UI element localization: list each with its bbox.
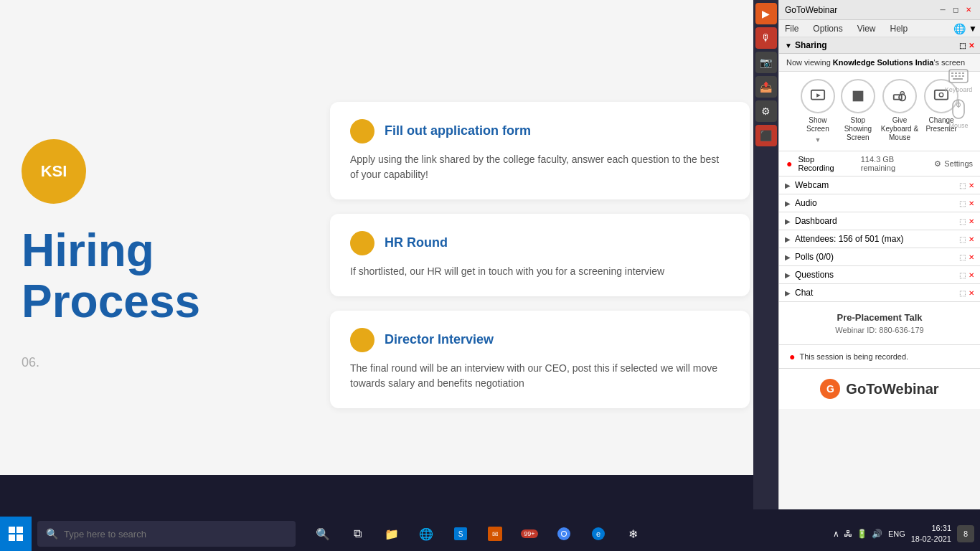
sharing-expand-icon[interactable]: ⬚ xyxy=(959,42,966,50)
gw-section-polls[interactable]: ▶ Polls (0/0) ⬚ ✕ xyxy=(779,248,980,266)
menu-expand-icon[interactable]: ▼ xyxy=(969,24,977,34)
gw-webinar-id: Webinar ID: 880-636-179 xyxy=(789,326,970,334)
sidebar-mic-icon[interactable]: 🎙 xyxy=(755,27,777,49)
gw-section-webcam[interactable]: ▶ Webcam ⬚ ✕ xyxy=(779,176,980,194)
taskbar-taskview-icon[interactable]: ⧉ xyxy=(341,517,373,551)
svg-rect-12 xyxy=(951,75,953,77)
section-chevron: ▶ xyxy=(785,182,791,189)
stop-showing-btn[interactable]: StopShowingScreen xyxy=(841,79,875,143)
menu-options[interactable]: Options xyxy=(810,24,845,34)
step-title: Fill out application form xyxy=(385,123,531,138)
taskbar-fileexplorer-icon[interactable]: 📁 xyxy=(376,517,407,551)
section-chevron: ▶ xyxy=(785,253,791,261)
gw-section-audio[interactable]: ▶ Audio ⬚ ✕ xyxy=(779,194,980,212)
gw-panel-title: GoToWebinar xyxy=(785,5,934,15)
settings-btn[interactable]: ⚙ Settings xyxy=(934,159,973,169)
sidebar-settings-icon[interactable]: ⚙ xyxy=(755,100,777,122)
svg-rect-11 xyxy=(962,72,964,74)
section-close-icon[interactable]: ✕ xyxy=(969,289,974,297)
svg-rect-10 xyxy=(958,72,961,74)
keyboard-mouse-indicator: Keyboard Mouse xyxy=(937,63,980,135)
gear-icon: ⚙ xyxy=(934,159,941,169)
taskbar-edge-icon[interactable]: 🌐 xyxy=(410,517,442,551)
show-screen-btn[interactable]: ShowScreen ▼ xyxy=(801,79,835,143)
gw-recording-bar: ● Stop Recording 114.3 GB remaining ⚙ Se… xyxy=(779,151,980,176)
taskbar-search-box[interactable]: 🔍 xyxy=(37,521,296,547)
section-expand-icon[interactable]: ⬚ xyxy=(959,217,966,225)
taskbar-volume-icon[interactable]: 🔊 xyxy=(872,529,882,539)
svg-rect-8 xyxy=(951,72,953,74)
notification-count: 8 xyxy=(963,529,968,538)
gw-logo-area: G GoToWebinar xyxy=(779,369,980,409)
menu-help[interactable]: Help xyxy=(887,24,911,34)
svg-text:e: e xyxy=(596,529,600,538)
restore-button[interactable]: ◻ xyxy=(950,4,961,16)
step-title: HR Round xyxy=(385,235,448,250)
section-expand-icon[interactable]: ⬚ xyxy=(959,271,966,279)
section-close-icon[interactable]: ✕ xyxy=(969,217,974,225)
taskbar-expand-icon[interactable]: ∧ xyxy=(833,529,839,539)
start-button[interactable] xyxy=(0,517,32,551)
section-chevron: ▶ xyxy=(785,289,791,297)
close-button[interactable]: ✕ xyxy=(963,4,974,16)
section-close-icon[interactable]: ✕ xyxy=(969,271,974,279)
section-expand-icon[interactable]: ⬚ xyxy=(959,235,966,243)
section-expand-icon[interactable]: ⬚ xyxy=(959,182,966,189)
viewing-prefix: Now viewing xyxy=(786,58,833,67)
taskbar-clock: 16:31 18-02-2021 xyxy=(911,523,951,545)
section-close-icon[interactable]: ✕ xyxy=(969,235,974,243)
taskbar-edge2-icon[interactable]: e xyxy=(583,517,614,551)
notification-badge[interactable]: 8 xyxy=(957,525,974,542)
section-label: Webcam xyxy=(795,180,959,190)
sharing-close-icon[interactable]: ✕ xyxy=(969,42,974,50)
sidebar-share-icon[interactable]: 📤 xyxy=(755,76,777,98)
viewing-entity: Knowledge Solutions India xyxy=(833,58,934,67)
stop-recording-btn[interactable]: Stop Recording xyxy=(798,155,850,172)
svg-rect-15 xyxy=(962,75,964,77)
section-label: Chat xyxy=(795,288,959,298)
give-keyboard-btn[interactable]: GiveKeyboard &Mouse xyxy=(881,79,918,143)
taskbar-network-icon[interactable]: 🖧 xyxy=(844,529,852,539)
taskbar-counter-badge[interactable]: 99+ xyxy=(514,517,545,551)
bottom-bar xyxy=(0,475,778,517)
gw-section-attendees[interactable]: ▶ Attendees: 156 of 501 (max) ⬚ ✕ xyxy=(779,230,980,248)
minimize-button[interactable]: ─ xyxy=(937,4,948,16)
taskbar-store-icon[interactable]: S xyxy=(445,517,476,551)
section-label: Questions xyxy=(795,270,959,280)
section-close-icon[interactable]: ✕ xyxy=(969,182,974,189)
mouse-indicator: Mouse xyxy=(948,99,968,129)
taskbar-battery-icon[interactable]: 🔋 xyxy=(857,529,867,539)
gw-section-questions[interactable]: ▶ Questions ⬚ ✕ xyxy=(779,266,980,284)
taskbar-mail-icon[interactable]: ✉ xyxy=(479,517,511,551)
sharing-chevron: ▼ xyxy=(785,42,792,50)
keyboard-label: Keyboard xyxy=(945,86,973,93)
section-expand-icon[interactable]: ⬚ xyxy=(959,289,966,297)
gw-section-chat[interactable]: ▶ Chat ⬚ ✕ xyxy=(779,284,980,302)
section-chevron: ▶ xyxy=(785,235,791,243)
sidebar-cam-icon[interactable]: 📷 xyxy=(755,52,777,73)
keyboard-indicator: Keyboard xyxy=(945,69,973,93)
svg-rect-2 xyxy=(853,91,864,102)
section-close-icon[interactable]: ✕ xyxy=(969,253,974,261)
section-expand-icon[interactable]: ⬚ xyxy=(959,253,966,261)
section-label: Polls (0/0) xyxy=(795,252,959,262)
rec-notice-dot: ● xyxy=(789,351,795,362)
step-header: HR Round xyxy=(350,231,730,255)
taskbar-chrome-icon[interactable] xyxy=(548,517,580,551)
sidebar-stop-icon[interactable]: ⬛ xyxy=(755,125,777,146)
section-close-icon[interactable]: ✕ xyxy=(969,199,974,207)
menu-file[interactable]: File xyxy=(782,24,801,34)
taskbar-search-icon[interactable]: 🔍 xyxy=(307,517,339,551)
gw-sections-container: ▶ Webcam ⬚ ✕ ▶ Audio ⬚ ✕ ▶ Dashboard ⬚ ✕… xyxy=(779,176,980,302)
menu-view[interactable]: View xyxy=(854,24,879,34)
step-card: HR Round If shortlisted, our HR will get… xyxy=(330,214,750,296)
sidebar-forward-icon[interactable]: ▶ xyxy=(755,3,777,24)
settings-label: Settings xyxy=(944,159,973,168)
mouse-label: Mouse xyxy=(948,122,968,129)
gw-section-dashboard[interactable]: ▶ Dashboard ⬚ ✕ xyxy=(779,212,980,230)
search-input[interactable] xyxy=(64,529,287,540)
taskbar-snowflake-icon[interactable]: ❄ xyxy=(617,517,649,551)
svg-point-26 xyxy=(562,532,566,536)
step-desc: The final round will be an interview wit… xyxy=(350,361,730,391)
section-expand-icon[interactable]: ⬚ xyxy=(959,199,966,207)
